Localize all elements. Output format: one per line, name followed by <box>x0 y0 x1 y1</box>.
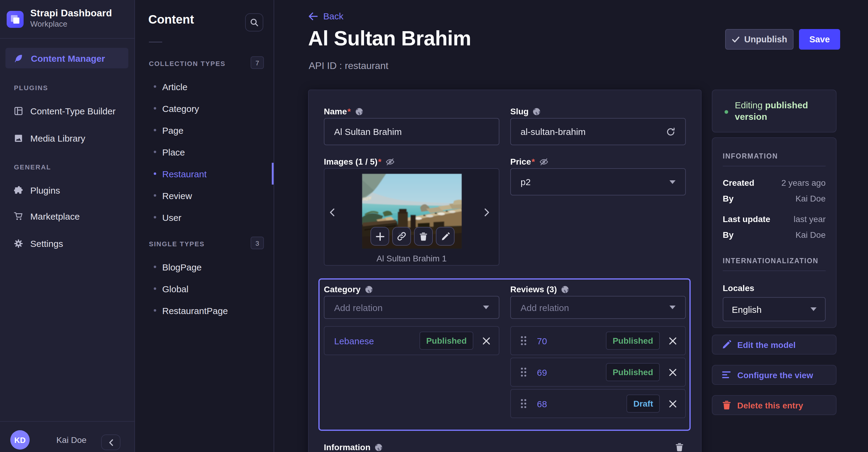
carousel-next-button[interactable] <box>484 207 494 217</box>
drag-handle-icon[interactable] <box>521 367 527 377</box>
subnav-item-user[interactable]: User <box>154 211 181 223</box>
drag-handle-icon[interactable] <box>521 336 527 346</box>
locales-select[interactable]: English <box>723 297 826 321</box>
action-label: Configure the view <box>737 370 813 380</box>
trash-icon <box>676 443 683 451</box>
sidebar-item-label: Content-Type Builder <box>30 105 116 116</box>
subnav-item-restaurant[interactable]: Restaurant <box>154 168 207 180</box>
delete-component-button[interactable] <box>676 443 683 451</box>
slug-input[interactable]: al-sultan-brahim <box>510 118 686 145</box>
sidebar-item-plugins[interactable]: Plugins <box>14 184 60 196</box>
page-title: Al Sultan Brahim <box>308 27 471 50</box>
category-relation-lebanese[interactable]: Lebanese Published <box>324 326 499 355</box>
collection-types-count-badge: 7 <box>251 56 264 69</box>
last-update-value: last year <box>794 214 826 224</box>
search-button[interactable] <box>245 13 263 31</box>
subnav-item-restaurantpage[interactable]: RestaurantPage <box>154 304 228 317</box>
status-dot-icon <box>724 110 728 114</box>
bullet-icon <box>154 151 156 153</box>
unpublish-button[interactable]: Unpublish <box>725 29 794 50</box>
category-add-relation-combobox[interactable]: Add relation <box>324 296 499 319</box>
slug-value: al-sultan-brahim <box>521 126 666 137</box>
sidebar-item-label: Content Manager <box>31 53 105 63</box>
image-caption: Al Sultan Brahim 1 <box>324 254 499 263</box>
remove-relation-button[interactable] <box>481 336 491 346</box>
version-note-prefix: Editing <box>735 100 765 110</box>
layout-icon <box>14 106 23 115</box>
close-icon <box>669 337 676 345</box>
field-category: Category Add relation Lebanese Published <box>324 285 499 421</box>
strapi-logo[interactable] <box>7 11 24 28</box>
back-link[interactable]: Back <box>309 11 343 21</box>
configure-view-button[interactable]: Configure the view <box>712 365 837 385</box>
carousel-prev-button[interactable] <box>329 207 339 217</box>
subnav-item-article[interactable]: Article <box>154 80 187 93</box>
globe-icon <box>561 285 569 293</box>
version-status-box: Editing published version <box>712 90 837 132</box>
category-placeholder: Add relation <box>334 302 382 313</box>
remove-relation-button[interactable] <box>668 367 677 377</box>
locale-value: English <box>732 304 762 314</box>
copy-link-button[interactable] <box>392 227 411 246</box>
collapse-sidebar-button[interactable] <box>101 434 120 450</box>
trash-icon <box>722 400 731 410</box>
sidebar-item-label: Settings <box>30 238 63 248</box>
feather-icon <box>14 54 23 63</box>
created-by-row: ByKai Doe <box>723 194 826 203</box>
search-icon <box>250 18 258 27</box>
last-update-row: Last updatelast year <box>723 214 826 224</box>
sidebar-item-content-type-builder[interactable]: Content-Type Builder <box>14 105 116 117</box>
delete-image-button[interactable] <box>414 227 433 246</box>
subnav-item-place[interactable]: Place <box>154 146 185 158</box>
chevron-left-icon <box>108 439 113 446</box>
chevron-down-icon <box>483 305 489 309</box>
arrow-left-icon <box>309 12 318 20</box>
relation-name: 70 <box>537 335 547 346</box>
plus-icon <box>376 232 384 240</box>
eye-slash-icon <box>539 158 548 165</box>
subnav-item-global[interactable]: Global <box>154 283 189 295</box>
remove-relation-button[interactable] <box>668 399 677 409</box>
sidebar-item-content-manager[interactable]: Content Manager <box>5 48 128 68</box>
carousel-actions <box>370 227 455 246</box>
subnav-divider <box>149 42 162 42</box>
edit-model-button[interactable]: Edit the model <box>712 334 837 355</box>
information-panel-title: INFORMATION <box>723 153 826 160</box>
name-label: Name <box>324 106 347 116</box>
add-image-button[interactable] <box>370 227 389 246</box>
subnav-item-page[interactable]: Page <box>154 124 183 136</box>
status-badge: Draft <box>627 394 660 413</box>
price-select[interactable]: p2 <box>510 168 686 195</box>
information-panel: INFORMATION Created2 years ago ByKai Doe… <box>712 137 837 328</box>
subnav-item-blogpage[interactable]: BlogPage <box>154 261 202 273</box>
avatar[interactable]: KD <box>10 430 30 450</box>
sidebar-item-settings[interactable]: Settings <box>14 237 63 249</box>
bullet-icon <box>154 172 156 175</box>
main-sidebar: Strapi Dashboard Workplace Content Manag… <box>0 0 135 452</box>
chevron-down-icon <box>670 305 676 309</box>
close-icon <box>669 400 676 408</box>
review-relation-70[interactable]: 70 Published <box>510 326 686 355</box>
delete-entry-button[interactable]: Delete this entry <box>712 395 837 415</box>
review-relation-69[interactable]: 69 Published <box>510 358 686 387</box>
sidebar-item-marketplace[interactable]: Marketplace <box>14 210 80 222</box>
reviews-add-relation-combobox[interactable]: Add relation <box>510 296 686 319</box>
save-button[interactable]: Save <box>799 29 840 50</box>
subnav-item-category[interactable]: Category <box>154 102 199 115</box>
drag-handle-icon[interactable] <box>521 399 527 409</box>
updated-by-label: By <box>723 230 734 239</box>
edit-image-button[interactable] <box>436 227 455 246</box>
regenerate-slug-button[interactable] <box>666 127 676 136</box>
name-input[interactable]: Al Sultan Brahim <box>324 118 499 145</box>
review-relation-68[interactable]: 68 Draft <box>510 389 686 418</box>
subnav-item-review[interactable]: Review <box>154 189 192 201</box>
field-slug: Slug al-sultan-brahim <box>510 107 686 145</box>
bullet-icon <box>154 107 156 109</box>
sidebar-item-media-library[interactable]: Media Library <box>14 132 85 144</box>
subnav-scroll-indicator[interactable] <box>272 163 274 185</box>
chevron-right-icon <box>484 208 490 217</box>
refresh-icon <box>666 127 676 136</box>
created-by-value: Kai Doe <box>795 194 826 203</box>
remove-relation-button[interactable] <box>668 336 677 346</box>
subnav-item-label: BlogPage <box>162 262 202 272</box>
